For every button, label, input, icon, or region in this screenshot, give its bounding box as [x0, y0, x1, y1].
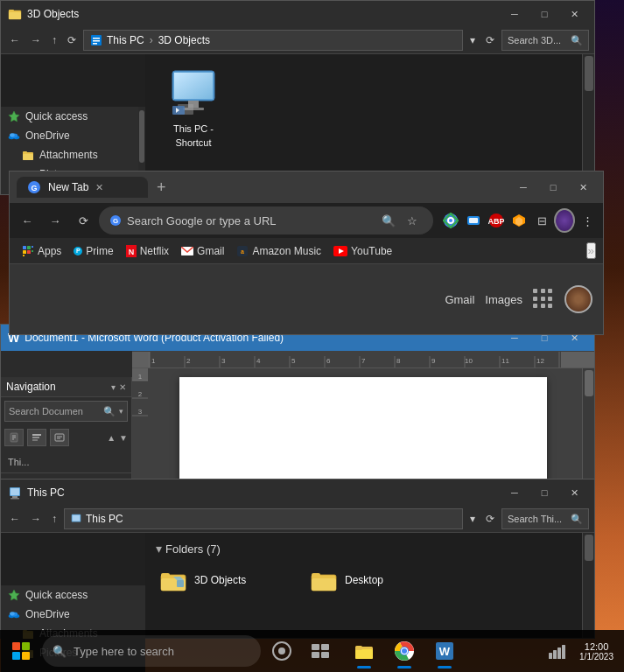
- svg-point-33: [449, 219, 452, 222]
- chrome-back-btn[interactable]: ←: [15, 208, 39, 233]
- svg-rect-128: [161, 573, 170, 578]
- taskbar-notification-area[interactable]: [541, 635, 572, 667]
- word-page[interactable]: [179, 377, 547, 482]
- chrome-bookmark-apps[interactable]: Apps: [17, 243, 67, 259]
- fe1-sidebar-scroll-thumb: [139, 110, 144, 163]
- svg-rect-136: [312, 652, 319, 658]
- fe1-refresh-btn[interactable]: ⟳: [64, 32, 80, 48]
- svg-text:12: 12: [536, 357, 544, 365]
- chrome-google-apps-btn[interactable]: [533, 289, 554, 310]
- chrome-extensions-btn[interactable]: ⊟: [531, 210, 552, 231]
- this-pc-refresh-btn[interactable]: ⟳: [482, 511, 498, 527]
- svg-rect-43: [32, 246, 33, 248]
- chrome-user-avatar[interactable]: [554, 210, 575, 231]
- this-pc-minimize-btn[interactable]: ─: [501, 484, 528, 501]
- chrome-active-tab[interactable]: G New Tab ✕: [17, 177, 148, 198]
- word-nav-search[interactable]: Search Documen 🔍 ▾: [4, 401, 128, 422]
- chrome-search-icon[interactable]: 🔍: [378, 210, 399, 231]
- this-pc-folder-3dobjects[interactable]: 3D Objects: [156, 564, 296, 596]
- this-pc-forward-btn[interactable]: →: [27, 511, 45, 527]
- chrome-forward-btn[interactable]: →: [43, 208, 67, 233]
- taskbar-chrome-icon: [394, 640, 415, 662]
- taskbar-file-explorer-btn[interactable]: [345, 632, 383, 670]
- task-view-icon: [312, 644, 329, 658]
- chrome-new-tab-btn[interactable]: +: [151, 178, 172, 197]
- svg-rect-110: [11, 488, 19, 495]
- fe1-close-btn[interactable]: ✕: [561, 5, 587, 23]
- word-nav-page-icon[interactable]: [4, 429, 24, 446]
- chrome-gmail-link[interactable]: Gmail: [445, 293, 474, 306]
- word-nav-dropdown-btn[interactable]: ▾: [111, 382, 116, 392]
- taskbar-word-icon: W: [434, 640, 455, 662]
- chrome-tab-close-btn[interactable]: ✕: [95, 182, 103, 193]
- chrome-images-link[interactable]: Images: [485, 293, 522, 306]
- word-nav-headings-icon[interactable]: [27, 429, 46, 446]
- chrome-menu-btn[interactable]: ⋮: [577, 210, 598, 231]
- chrome-extension-abp[interactable]: ABP: [486, 210, 507, 231]
- this-pc-back-btn[interactable]: ←: [6, 511, 24, 527]
- this-pc-sidebar-onedrive[interactable]: OneDrive: [1, 605, 145, 624]
- chrome-tab-favicon: G: [27, 180, 41, 194]
- this-pc-folder-desktop[interactable]: Desktop: [306, 564, 446, 596]
- fe1-nav-refresh-btn[interactable]: ⟳: [482, 32, 498, 48]
- fe1-sidebar-quick-access[interactable]: Quick access: [1, 107, 145, 126]
- word-nav-down-btn[interactable]: ▼: [119, 433, 128, 443]
- fe1-file-this-pc-shortcut[interactable]: This PC - Shortcut: [158, 67, 228, 148]
- fe1-search-bar[interactable]: Search 3D... 🔍: [501, 30, 589, 51]
- fe1-sidebar-onedrive[interactable]: OneDrive: [1, 126, 145, 145]
- chrome-bookmark-amazon[interactable]: a Amazon Music: [231, 243, 326, 259]
- svg-rect-134: [312, 644, 319, 650]
- this-pc-search-bar[interactable]: Search Thi... 🔍: [501, 508, 589, 529]
- word-nav-title: Navigation: [6, 381, 108, 393]
- word-nav-up-btn[interactable]: ▲: [107, 433, 116, 443]
- taskbar-start-button[interactable]: [4, 634, 39, 668]
- this-pc-folders-title: Folders (7): [165, 542, 221, 556]
- fe1-sidebar-attachments[interactable]: Attachments: [1, 145, 145, 164]
- chrome-url-bar[interactable]: G Search Google or type a URL 🔍 ☆: [99, 206, 433, 234]
- chrome-bookmark-icon[interactable]: ☆: [402, 210, 423, 231]
- word-nav-close-btn[interactable]: ✕: [119, 382, 126, 392]
- fe1-minimize-btn[interactable]: ─: [501, 5, 528, 23]
- chrome-extension-1[interactable]: [440, 210, 461, 231]
- fe1-address-bar[interactable]: This PC › 3D Objects: [83, 30, 463, 51]
- this-pc-dropdown-btn[interactable]: ▾: [466, 511, 479, 527]
- this-pc-up-btn[interactable]: ↑: [48, 511, 60, 527]
- chrome-extension-4[interactable]: [508, 210, 529, 231]
- fe1-up-btn[interactable]: ↑: [48, 32, 60, 48]
- this-pc-folders-header[interactable]: ▾ Folders (7): [149, 536, 591, 561]
- chrome-bookmark-netflix-label: Netflix: [140, 245, 169, 257]
- chrome-bookmark-netflix[interactable]: N Netflix: [121, 243, 174, 259]
- taskbar-clock[interactable]: 12:00 1/1/2023: [576, 641, 617, 662]
- chrome-user-profile-pic[interactable]: [564, 285, 592, 313]
- word-nav-search-btn[interactable]: 🔍: [103, 406, 116, 417]
- word-scroll-thumb: [585, 370, 593, 396]
- fe1-dropdown-btn[interactable]: ▾: [466, 32, 479, 48]
- word-nav-results-icon[interactable]: [50, 429, 69, 446]
- chrome-minimize-btn[interactable]: ─: [510, 178, 536, 196]
- word-nav-search-dropdown[interactable]: ▾: [119, 407, 123, 416]
- chrome-bookmarks-more-btn[interactable]: »: [586, 242, 596, 259]
- this-pc-scrollbar[interactable]: [582, 533, 594, 638]
- fe1-back-btn[interactable]: ←: [6, 32, 24, 48]
- this-pc-folder-icon-desktop: [310, 568, 338, 592]
- fe1-forward-btn[interactable]: →: [27, 32, 45, 48]
- chrome-maximize-btn[interactable]: □: [540, 178, 566, 196]
- this-pc-close-btn[interactable]: ✕: [561, 484, 587, 501]
- chrome-close-btn[interactable]: ✕: [570, 178, 596, 196]
- taskbar-task-view-btn[interactable]: [303, 634, 338, 668]
- chrome-bookmark-prime[interactable]: P Prime: [68, 243, 118, 259]
- word-nav-heading-item[interactable]: Thi...: [1, 452, 131, 473]
- chrome-bookmark-youtube[interactable]: YouTube: [328, 243, 397, 259]
- taskbar-chrome-btn[interactable]: [385, 632, 424, 670]
- taskbar-word-btn[interactable]: W: [425, 632, 464, 670]
- fe1-maximize-btn[interactable]: □: [531, 5, 557, 23]
- taskbar-search-box[interactable]: 🔍 Type here to search: [42, 635, 261, 667]
- this-pc-sidebar-quick-access[interactable]: Quick access: [1, 585, 145, 605]
- chrome-bookmark-gmail[interactable]: Gmail: [176, 243, 229, 259]
- this-pc-maximize-btn[interactable]: □: [531, 484, 557, 501]
- chrome-extension-2[interactable]: [463, 210, 484, 231]
- taskbar-cortana-btn[interactable]: [264, 634, 299, 668]
- this-pc-onedrive-label: OneDrive: [25, 608, 70, 620]
- this-pc-address-bar[interactable]: This PC: [64, 508, 463, 529]
- chrome-refresh-btn[interactable]: ⟳: [71, 208, 95, 233]
